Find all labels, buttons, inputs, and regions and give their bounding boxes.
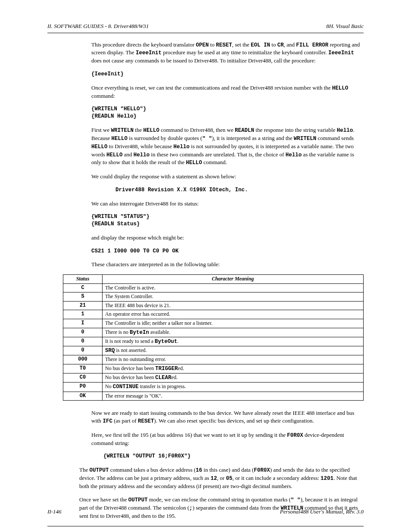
status-code-cell: 0 bbox=[63, 337, 103, 346]
status-desc-cell: The Controller is idle; neither a talker… bbox=[103, 319, 364, 328]
body: This procedure directs the keyboard tran… bbox=[91, 41, 364, 520]
status-desc-cell: No bus device has been TRIGGERed. bbox=[103, 364, 364, 373]
table-row: 1An operator error has occurred. bbox=[63, 310, 364, 319]
para-10: The OUTPUT command takes a bus device ad… bbox=[79, 466, 364, 490]
table-row: 0It is not ready to send a ByteOut. bbox=[63, 337, 364, 346]
header-left: II. SOFTWARE GUIDES - 8. Driver488/W31 bbox=[47, 22, 149, 30]
table-row: 21The IEEE 488 bus device is 21. bbox=[63, 301, 364, 310]
code-driver-rev: Driver488 Revision X.X ©199X IOtech, Inc… bbox=[115, 187, 364, 194]
status-desc-cell: There is no outstanding error. bbox=[103, 355, 364, 364]
footer-right: Personal488 User's Manual, Rev. 3.0 bbox=[280, 508, 364, 516]
table-row: OKThe error message is "OK". bbox=[63, 392, 364, 401]
status-code-cell: I bbox=[63, 319, 103, 328]
status-desc-cell: It is not ready to send a ByteOut. bbox=[103, 337, 364, 346]
status-desc-cell: No bus device has been CLEARed. bbox=[103, 373, 364, 383]
table-row: 000There is no outstanding error. bbox=[63, 355, 364, 364]
status-desc-cell: The System Controller. bbox=[103, 292, 364, 302]
status-desc-cell: No CONTINUE transfer is in progress. bbox=[103, 383, 364, 392]
status-desc-cell: The IEEE 488 bus device is 21. bbox=[103, 301, 364, 310]
status-desc-cell: There is no ByteIn available. bbox=[103, 328, 364, 337]
status-desc-cell: SRQ is not asserted. bbox=[103, 346, 364, 355]
status-code-cell: 0 bbox=[63, 346, 103, 355]
para-4: We could display the response with a sta… bbox=[91, 173, 364, 180]
status-desc-cell: The error message is "OK". bbox=[103, 392, 364, 401]
status-code-cell: P0 bbox=[63, 383, 103, 392]
status-th-meaning: Character Meaning bbox=[103, 274, 364, 283]
table-row: 0There is no ByteIn available. bbox=[63, 328, 364, 337]
para-9: Here, we first tell the 195 (at bus addr… bbox=[91, 431, 364, 447]
top-rule bbox=[47, 33, 364, 33]
status-code-cell: 0 bbox=[63, 328, 103, 337]
status-th-code: Status bbox=[63, 274, 103, 283]
table-row: SThe System Controller. bbox=[63, 292, 364, 302]
code-ieeeinit: {IeeeInit} bbox=[91, 71, 364, 78]
para-8: Now we are ready to start issuing comman… bbox=[91, 409, 364, 425]
status-code-cell: T0 bbox=[63, 364, 103, 373]
para-1: This procedure directs the keyboard tran… bbox=[91, 41, 364, 65]
status-code-cell: 000 bbox=[63, 355, 103, 364]
code-status-output: CS21 1 I000 000 T0 C0 P0 OK bbox=[91, 248, 364, 255]
table-row: C0No bus device has been CLEARed. bbox=[63, 373, 364, 383]
table-row: 0SRQ is not asserted. bbox=[63, 346, 364, 355]
para-3: First we WRITELN the HELLO command to Dr… bbox=[91, 126, 364, 167]
status-desc-cell: An operator error has occurred. bbox=[103, 310, 364, 319]
page: II. SOFTWARE GUIDES - 8. Driver488/W31 8… bbox=[0, 0, 411, 532]
table-row: IThe Controller is idle; neither a talke… bbox=[63, 319, 364, 328]
table-row: T0No bus device has been TRIGGERed. bbox=[63, 364, 364, 373]
page-footer: II-146 Personal488 User's Manual, Rev. 3… bbox=[47, 508, 364, 516]
status-code-cell: 1 bbox=[63, 310, 103, 319]
para-7: These characters are interpreted as in t… bbox=[91, 261, 364, 268]
status-code-cell: C0 bbox=[63, 373, 103, 383]
bottom-rule bbox=[47, 526, 364, 526]
status-code-cell: 21 bbox=[63, 301, 103, 310]
status-code-cell: C bbox=[63, 283, 103, 292]
para-5: We can also interrogate Driver488 for it… bbox=[91, 200, 364, 208]
para-2: Once everything is reset, we can test th… bbox=[91, 84, 364, 100]
para-6: and display the response which might be: bbox=[91, 234, 364, 242]
page-header: II. SOFTWARE GUIDES - 8. Driver488/W31 8… bbox=[47, 22, 364, 30]
status-table: Status Character Meaning CThe Controller… bbox=[63, 274, 364, 401]
code-output: {WRITELN "OUTPUT 16;F0R0X"} bbox=[103, 453, 364, 460]
code-hello: {WRITELN "HELLO"} {READLN Hello} bbox=[91, 106, 364, 120]
table-row: P0No CONTINUE transfer is in progress. bbox=[63, 383, 364, 392]
status-code-cell: S bbox=[63, 292, 103, 302]
header-right: 8H. Visual Basic bbox=[326, 22, 364, 30]
status-code-cell: OK bbox=[63, 392, 103, 401]
code-status: {WRITELN "STATUS"} {READLN Status} bbox=[91, 213, 364, 228]
footer-left: II-146 bbox=[47, 508, 62, 516]
status-desc-cell: The Controller is active. bbox=[103, 283, 364, 292]
table-row: CThe Controller is active. bbox=[63, 283, 364, 292]
